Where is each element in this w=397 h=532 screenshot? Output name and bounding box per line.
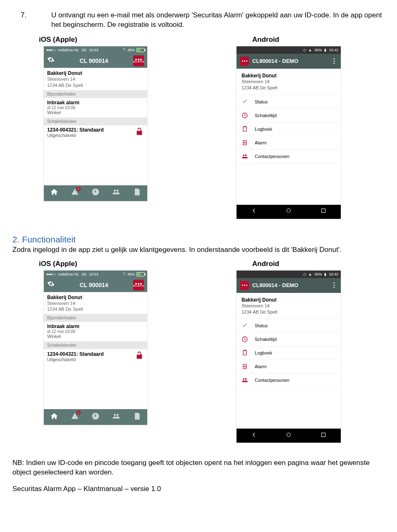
signal-dots-icon: ●●●○○: [46, 48, 55, 52]
client-addr-2: 1234 AB De Spelt: [47, 82, 144, 89]
ios-navbar: CL 900014 SECURITAS: [44, 278, 147, 292]
nav-back-icon[interactable]: [250, 431, 258, 441]
tab-alert-badge: 1: [77, 411, 81, 415]
gear-icon[interactable]: [47, 56, 55, 65]
check-icon: [242, 98, 251, 105]
client-name: Bakkerij Donut: [242, 73, 336, 79]
menu-label: Status: [255, 99, 268, 104]
network-label: 3G: [81, 272, 86, 276]
tab-clock-icon[interactable]: [91, 188, 100, 198]
clock-label: 10:42: [329, 272, 338, 276]
label-android: Android: [198, 260, 383, 268]
menu-item-logboek[interactable]: Logboek: [237, 346, 341, 360]
tab-clock-icon[interactable]: [91, 412, 100, 422]
client-addr-1: Steenoven 14: [242, 303, 336, 309]
tab-home-icon[interactable]: [50, 412, 58, 422]
menu-label: Logboek: [255, 127, 272, 132]
nb-note: NB: Indien uw ID-code en pincode toegang…: [12, 458, 385, 477]
overflow-menu-icon[interactable]: ⋮: [331, 281, 337, 289]
network-label: 3G: [81, 48, 86, 52]
nav-home-icon[interactable]: [285, 431, 292, 441]
ios-alarm-row[interactable]: Inbraak alarm di 12 mei 03:06 Winkel: [44, 98, 147, 117]
menu-label: Alarm: [255, 140, 267, 145]
client-name: Bakkerij Donut: [47, 70, 144, 76]
android-header-title: CL900014 - DEMO: [252, 282, 331, 288]
menu-item-contactpersonen[interactable]: Contactpersonen: [237, 150, 341, 163]
ios-status-bar: ●●●○○ vodafone NL 3G 10:53 45%: [44, 271, 147, 278]
bolt-icon: [242, 363, 251, 370]
tab-home-icon[interactable]: [50, 188, 58, 198]
ios-alarm-row[interactable]: Inbraak alarm di 12 mei 03:06 Winkel: [44, 322, 147, 341]
nav-home-icon[interactable]: [285, 207, 292, 216]
menu-label: Alarm: [255, 364, 267, 369]
ios-client-info: Bakkerij Donut Steenoven 14 1234 AB De S…: [44, 68, 147, 90]
menu-item-alarm[interactable]: Alarm: [237, 136, 341, 150]
wifi-icon: ▲: [309, 272, 312, 276]
client-addr-2: 1234 AB De Spelt: [242, 309, 336, 315]
menu-item-status[interactable]: Status: [237, 319, 341, 333]
menu-item-schakeltijd[interactable]: Schakeltijd: [237, 333, 341, 346]
menu-item-alarm[interactable]: Alarm: [237, 360, 341, 374]
tab-contacts-icon[interactable]: [112, 188, 120, 198]
client-addr-1: Steenoven 14: [47, 300, 144, 307]
android-navbar: [237, 205, 341, 219]
label-ios: iOS (Apple): [14, 260, 198, 268]
ios-navbar: CL 900014 SECURITAS: [44, 54, 147, 68]
clock-label: 10:53: [89, 272, 98, 276]
bluetooth-icon: [122, 48, 126, 52]
client-addr-1: Steenoven 14: [47, 76, 144, 82]
schakel-id: 1234-004321: Standaard: [47, 127, 104, 133]
menu-item-schakeltijd[interactable]: Schakeltijd: [237, 109, 341, 122]
menu-item-status[interactable]: Status: [237, 95, 341, 109]
bluetooth-icon: [122, 272, 126, 276]
ios-status-bar: ●●●○○ vodafone NL 3G 10:53 45%: [44, 46, 147, 54]
misc-status-icon: ◇: [303, 48, 306, 52]
svg-rect-4: [322, 209, 325, 213]
ios-schakel-row[interactable]: 1234-004321: Standaard Uitgeschakeld: [44, 125, 147, 141]
svg-point-8: [287, 433, 291, 436]
tab-contacts-icon[interactable]: [112, 412, 120, 422]
battery-icon: ▮: [324, 272, 326, 276]
alarm-date: di 12 mei 03:06: [47, 329, 144, 334]
page-footer: Securitas Alarm App – Klantmanual – vers…: [12, 485, 385, 493]
label-android: Android: [198, 36, 383, 44]
android-toolbar: CL900014 - DEMO ⋮: [237, 278, 341, 293]
alarm-title: Inbraak alarm: [47, 100, 144, 105]
menu-label: Status: [255, 323, 268, 328]
nav-back-icon[interactable]: [250, 207, 258, 216]
client-addr-1: Steenoven 14: [242, 79, 336, 85]
contacts-icon: [242, 377, 251, 383]
ios-client-info: Bakkerij Donut Steenoven 14 1234 AB De S…: [44, 292, 147, 314]
screenshots-block-2: iOS (Apple) ●●●○○ vodafone NL 3G 10:53 4…: [12, 260, 385, 443]
menu-item-contactpersonen[interactable]: Contactpersonen: [237, 374, 341, 387]
tab-log-icon[interactable]: [133, 412, 141, 422]
securitas-logo-icon: SECURITAS: [133, 280, 144, 290]
schakel-id: 1234-004321: Standaard: [47, 351, 104, 357]
svg-point-3: [287, 209, 291, 213]
clipboard-icon: [242, 126, 251, 132]
alarm-zone: Winkel: [47, 110, 144, 115]
securitas-logo-icon: SECURITAS: [133, 55, 144, 66]
client-addr-2: 1234 AB De Spelt: [242, 85, 336, 91]
menu-label: Schakeltijd: [255, 337, 277, 342]
menu-item-logboek[interactable]: Logboek: [237, 122, 341, 136]
android-client-info: Bakkerij Donut Steenoven 14 1234 AB De S…: [237, 69, 341, 95]
nav-recent-icon[interactable]: [320, 207, 327, 216]
section-intro: Zodra ingelogd in de app ziet u gelijk u…: [12, 245, 385, 255]
battery-pct: 45%: [127, 48, 135, 52]
misc-status-icon: ◇: [303, 272, 306, 276]
carrier-label: vodafone NL: [58, 272, 79, 276]
overflow-menu-icon[interactable]: ⋮: [331, 57, 337, 65]
android-toolbar: CL900014 - DEMO ⋮: [237, 54, 341, 69]
android-navbar: [237, 429, 341, 443]
section-bijzonderheden: Bijzonderheden: [44, 314, 147, 322]
clock-label: 10:42: [329, 48, 338, 52]
tab-log-icon[interactable]: [133, 188, 141, 198]
gear-icon[interactable]: [47, 280, 55, 290]
section-bijzonderheden: Bijzonderheden: [44, 90, 147, 98]
nav-recent-icon[interactable]: [320, 431, 327, 441]
section-schakelstanden: Schakelstanden: [44, 341, 147, 349]
ios-phone: ●●●○○ vodafone NL 3G 10:53 45%: [44, 46, 147, 201]
ios-schakel-row[interactable]: 1234-004321: Standaard Uitgeschakeld: [44, 349, 147, 364]
clipboard-icon: [242, 350, 251, 356]
